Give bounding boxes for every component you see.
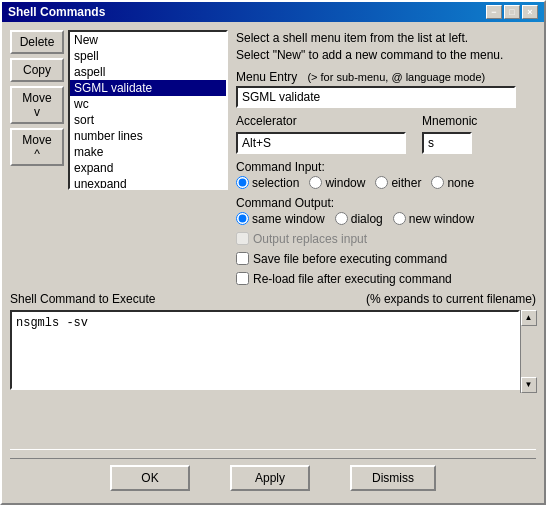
main-content: Delete Copy Move v Move ^ New spell aspe… bbox=[2, 22, 544, 503]
reload-after-label: Re-load file after executing command bbox=[253, 272, 452, 286]
list-item[interactable]: unexpand bbox=[70, 176, 226, 190]
title-bar: Shell Commands − □ × bbox=[2, 2, 544, 22]
accelerator-label: Accelerator bbox=[236, 114, 406, 128]
scrollbar: ▲ ▼ bbox=[520, 310, 536, 393]
window-title: Shell Commands bbox=[8, 5, 105, 19]
radio-either[interactable]: either bbox=[375, 176, 421, 190]
shell-command-label: Shell Command to Execute bbox=[10, 292, 155, 306]
radio-selection-label: selection bbox=[252, 176, 299, 190]
apply-button[interactable]: Apply bbox=[230, 465, 310, 491]
reload-after-checkbox[interactable] bbox=[236, 272, 249, 285]
list-item[interactable]: number lines bbox=[70, 128, 226, 144]
top-section: Delete Copy Move v Move ^ New spell aspe… bbox=[10, 30, 536, 286]
command-input-section: Command Input: selection window eithe bbox=[236, 160, 536, 190]
action-buttons: Delete Copy Move v Move ^ bbox=[10, 30, 64, 286]
radio-window-label: window bbox=[325, 176, 365, 190]
move-down-button[interactable]: Move v bbox=[10, 86, 64, 124]
right-panel: Select a shell menu item from the list a… bbox=[236, 30, 536, 286]
shell-header: Shell Command to Execute (% expands to c… bbox=[10, 292, 536, 306]
accel-section: Accelerator Mnemonic bbox=[236, 114, 536, 154]
radio-new-window-label: new window bbox=[409, 212, 474, 226]
shell-command-textarea[interactable]: nsgmls -sv bbox=[10, 310, 520, 390]
save-before-label: Save file before executing command bbox=[253, 252, 447, 266]
menu-entry-section: Menu Entry (> for sub-menu, @ language m… bbox=[236, 70, 536, 108]
list-item-selected[interactable]: SGML validate bbox=[70, 80, 226, 96]
list-item[interactable]: New bbox=[70, 32, 226, 48]
divider bbox=[10, 449, 536, 450]
list-item[interactable]: wc bbox=[70, 96, 226, 112]
left-panel: Delete Copy Move v Move ^ New spell aspe… bbox=[10, 30, 228, 286]
radio-same-window[interactable]: same window bbox=[236, 212, 325, 226]
radio-dialog-label: dialog bbox=[351, 212, 383, 226]
command-output-radio-group: same window dialog new window bbox=[236, 212, 536, 226]
minimize-button[interactable]: − bbox=[486, 5, 502, 19]
shell-commands-window: Shell Commands − □ × Delete Copy Move v … bbox=[0, 0, 546, 505]
shell-textarea-container: nsgmls -sv ▲ ▼ bbox=[10, 310, 536, 393]
list-item[interactable]: sort bbox=[70, 112, 226, 128]
command-input-label: Command Input: bbox=[236, 160, 536, 174]
save-before-checkbox[interactable] bbox=[236, 252, 249, 265]
accelerator-col: Accelerator bbox=[236, 114, 406, 154]
list-item[interactable]: make bbox=[70, 144, 226, 160]
command-input-radio-group: selection window either none bbox=[236, 176, 536, 190]
menu-entry-sublabel: (> for sub-menu, @ language mode) bbox=[307, 71, 485, 83]
output-replaces-label: Output replaces input bbox=[253, 232, 367, 246]
list-item[interactable]: expand bbox=[70, 160, 226, 176]
maximize-button[interactable]: □ bbox=[504, 5, 520, 19]
info-line2: Select "New" to add a new command to the… bbox=[236, 47, 536, 64]
dismiss-button[interactable]: Dismiss bbox=[350, 465, 436, 491]
scroll-down-arrow[interactable]: ▼ bbox=[521, 377, 537, 393]
radio-window[interactable]: window bbox=[309, 176, 365, 190]
radio-dialog[interactable]: dialog bbox=[335, 212, 383, 226]
copy-button[interactable]: Copy bbox=[10, 58, 64, 82]
scroll-up-arrow[interactable]: ▲ bbox=[521, 310, 537, 326]
shell-section: Shell Command to Execute (% expands to c… bbox=[10, 292, 536, 441]
radio-none-label: none bbox=[447, 176, 474, 190]
mnemonic-col: Mnemonic bbox=[422, 114, 477, 154]
menu-entry-label: Menu Entry bbox=[236, 70, 297, 84]
reload-after-row: Re-load file after executing command bbox=[236, 272, 536, 286]
save-before-row: Save file before executing command bbox=[236, 252, 536, 266]
radio-same-window-label: same window bbox=[252, 212, 325, 226]
radio-either-label: either bbox=[391, 176, 421, 190]
delete-button[interactable]: Delete bbox=[10, 30, 64, 54]
menu-entry-input[interactable] bbox=[236, 86, 516, 108]
bottom-buttons: OK Apply Dismiss bbox=[10, 458, 536, 495]
radio-none[interactable]: none bbox=[431, 176, 474, 190]
command-output-label: Command Output: bbox=[236, 196, 536, 210]
mnemonic-label: Mnemonic bbox=[422, 114, 477, 128]
radio-selection[interactable]: selection bbox=[236, 176, 299, 190]
info-line1: Select a shell menu item from the list a… bbox=[236, 30, 536, 47]
output-replaces-checkbox[interactable] bbox=[236, 232, 249, 245]
shell-expands-label: (% expands to current filename) bbox=[366, 292, 536, 306]
close-button[interactable]: × bbox=[522, 5, 538, 19]
list-item[interactable]: spell bbox=[70, 48, 226, 64]
radio-new-window[interactable]: new window bbox=[393, 212, 474, 226]
accelerator-input[interactable] bbox=[236, 132, 406, 154]
ok-button[interactable]: OK bbox=[110, 465, 190, 491]
move-up-button[interactable]: Move ^ bbox=[10, 128, 64, 166]
info-text: Select a shell menu item from the list a… bbox=[236, 30, 536, 64]
mnemonic-input[interactable] bbox=[422, 132, 472, 154]
output-replaces-row: Output replaces input bbox=[236, 232, 536, 246]
commands-list[interactable]: New spell aspell SGML validate wc sort n… bbox=[68, 30, 228, 190]
list-item[interactable]: aspell bbox=[70, 64, 226, 80]
title-bar-buttons: − □ × bbox=[486, 5, 538, 19]
command-output-section: Command Output: same window dialog ne bbox=[236, 196, 536, 226]
